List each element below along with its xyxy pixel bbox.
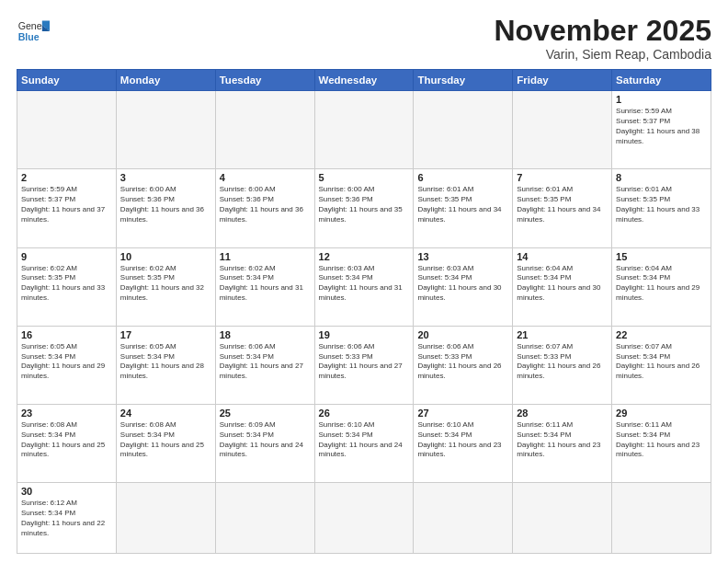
calendar-cell: 4Sunrise: 6:00 AM Sunset: 5:36 PM Daylig…: [215, 169, 314, 247]
day-number: 21: [517, 329, 608, 340]
calendar-cell: 28Sunrise: 6:11 AM Sunset: 5:34 PM Dayli…: [513, 405, 612, 483]
calendar-table: SundayMondayTuesdayWednesdayThursdayFrid…: [17, 69, 711, 554]
cell-sun-info: Sunrise: 6:11 AM Sunset: 5:34 PM Dayligh…: [517, 420, 608, 460]
day-number: 22: [616, 329, 707, 340]
calendar-cell: 29Sunrise: 6:11 AM Sunset: 5:34 PM Dayli…: [612, 405, 711, 483]
cell-sun-info: Sunrise: 6:01 AM Sunset: 5:35 PM Dayligh…: [517, 185, 608, 224]
calendar-cell: [215, 91, 314, 169]
calendar-header-tuesday: Tuesday: [215, 70, 314, 91]
calendar-week-row: 16Sunrise: 6:05 AM Sunset: 5:34 PM Dayli…: [17, 326, 711, 404]
cell-sun-info: Sunrise: 6:10 AM Sunset: 5:34 PM Dayligh…: [319, 420, 410, 460]
day-number: 4: [220, 172, 311, 183]
day-number: 25: [220, 408, 311, 419]
calendar-week-row: 30Sunrise: 6:12 AM Sunset: 5:34 PM Dayli…: [17, 483, 711, 554]
cell-sun-info: Sunrise: 6:03 AM Sunset: 5:34 PM Dayligh…: [319, 264, 410, 304]
cell-sun-info: Sunrise: 6:11 AM Sunset: 5:34 PM Dayligh…: [616, 420, 707, 460]
calendar-cell: 10Sunrise: 6:02 AM Sunset: 5:35 PM Dayli…: [116, 247, 215, 326]
calendar-cell: [414, 483, 513, 554]
cell-sun-info: Sunrise: 6:06 AM Sunset: 5:33 PM Dayligh…: [319, 342, 410, 382]
day-number: 26: [319, 408, 410, 419]
cell-sun-info: Sunrise: 6:06 AM Sunset: 5:34 PM Dayligh…: [220, 342, 311, 382]
day-number: 9: [21, 251, 112, 262]
calendar-cell: 5Sunrise: 6:00 AM Sunset: 5:36 PM Daylig…: [314, 169, 414, 247]
cell-sun-info: Sunrise: 6:10 AM Sunset: 5:34 PM Dayligh…: [417, 420, 508, 460]
calendar-cell: [314, 91, 414, 169]
day-number: 13: [417, 251, 508, 262]
location: Varin, Siem Reap, Cambodia: [494, 47, 711, 62]
calendar-header-sunday: Sunday: [17, 70, 117, 91]
day-number: 23: [21, 408, 112, 419]
calendar-header-friday: Friday: [513, 70, 612, 91]
day-number: 30: [21, 486, 112, 497]
calendar-week-row: 23Sunrise: 6:08 AM Sunset: 5:34 PM Dayli…: [17, 405, 711, 483]
calendar-header-saturday: Saturday: [612, 70, 711, 91]
calendar-cell: 19Sunrise: 6:06 AM Sunset: 5:33 PM Dayli…: [314, 326, 414, 404]
generalblue-logo-icon: General Blue: [17, 15, 50, 48]
calendar-cell: 18Sunrise: 6:06 AM Sunset: 5:34 PM Dayli…: [215, 326, 314, 404]
title-block: November 2025 Varin, Siem Reap, Cambodia: [494, 15, 711, 62]
calendar-cell: 3Sunrise: 6:00 AM Sunset: 5:36 PM Daylig…: [116, 169, 215, 247]
cell-sun-info: Sunrise: 6:07 AM Sunset: 5:33 PM Dayligh…: [517, 342, 608, 382]
calendar-week-row: 9Sunrise: 6:02 AM Sunset: 5:35 PM Daylig…: [17, 247, 711, 326]
day-number: 18: [220, 329, 311, 340]
month-title: November 2025: [494, 15, 711, 47]
day-number: 20: [417, 329, 508, 340]
calendar-cell: 8Sunrise: 6:01 AM Sunset: 5:35 PM Daylig…: [612, 169, 711, 247]
cell-sun-info: Sunrise: 6:04 AM Sunset: 5:34 PM Dayligh…: [616, 264, 707, 304]
day-number: 27: [417, 408, 508, 419]
calendar-header-row: SundayMondayTuesdayWednesdayThursdayFrid…: [17, 70, 711, 91]
calendar-week-row: 2Sunrise: 5:59 AM Sunset: 5:37 PM Daylig…: [17, 169, 711, 247]
cell-sun-info: Sunrise: 6:00 AM Sunset: 5:36 PM Dayligh…: [120, 185, 211, 224]
day-number: 16: [21, 329, 112, 340]
calendar-header-monday: Monday: [116, 70, 215, 91]
day-number: 17: [120, 329, 211, 340]
calendar-cell: 30Sunrise: 6:12 AM Sunset: 5:34 PM Dayli…: [17, 483, 117, 554]
cell-sun-info: Sunrise: 6:00 AM Sunset: 5:36 PM Dayligh…: [319, 185, 410, 224]
day-number: 19: [319, 329, 410, 340]
cell-sun-info: Sunrise: 5:59 AM Sunset: 5:37 PM Dayligh…: [616, 107, 707, 146]
calendar-cell: 15Sunrise: 6:04 AM Sunset: 5:34 PM Dayli…: [612, 247, 711, 326]
cell-sun-info: Sunrise: 6:08 AM Sunset: 5:34 PM Dayligh…: [21, 420, 112, 460]
calendar-cell: [414, 91, 513, 169]
calendar-cell: [513, 483, 612, 554]
calendar-cell: 7Sunrise: 6:01 AM Sunset: 5:35 PM Daylig…: [513, 169, 612, 247]
cell-sun-info: Sunrise: 6:00 AM Sunset: 5:36 PM Dayligh…: [220, 185, 311, 224]
calendar-cell: [116, 91, 215, 169]
day-number: 2: [21, 172, 112, 183]
calendar-cell: [116, 483, 215, 554]
calendar-cell: 2Sunrise: 5:59 AM Sunset: 5:37 PM Daylig…: [17, 169, 117, 247]
cell-sun-info: Sunrise: 6:03 AM Sunset: 5:34 PM Dayligh…: [417, 264, 508, 304]
cell-sun-info: Sunrise: 6:08 AM Sunset: 5:34 PM Dayligh…: [120, 420, 211, 460]
cell-sun-info: Sunrise: 6:07 AM Sunset: 5:34 PM Dayligh…: [616, 342, 707, 382]
day-number: 8: [616, 172, 707, 183]
day-number: 10: [120, 251, 211, 262]
calendar-cell: 27Sunrise: 6:10 AM Sunset: 5:34 PM Dayli…: [414, 405, 513, 483]
calendar-cell: 26Sunrise: 6:10 AM Sunset: 5:34 PM Dayli…: [314, 405, 414, 483]
day-number: 7: [517, 172, 608, 183]
cell-sun-info: Sunrise: 6:05 AM Sunset: 5:34 PM Dayligh…: [21, 342, 112, 382]
calendar-week-row: 1Sunrise: 5:59 AM Sunset: 5:37 PM Daylig…: [17, 91, 711, 169]
calendar-cell: [513, 91, 612, 169]
day-number: 6: [417, 172, 508, 183]
cell-sun-info: Sunrise: 6:02 AM Sunset: 5:35 PM Dayligh…: [21, 264, 112, 304]
cell-sun-info: Sunrise: 6:01 AM Sunset: 5:35 PM Dayligh…: [616, 185, 707, 224]
cell-sun-info: Sunrise: 6:05 AM Sunset: 5:34 PM Dayligh…: [120, 342, 211, 382]
cell-sun-info: Sunrise: 6:12 AM Sunset: 5:34 PM Dayligh…: [21, 499, 112, 538]
cell-sun-info: Sunrise: 6:01 AM Sunset: 5:35 PM Dayligh…: [417, 185, 508, 224]
page: General Blue November 2025 Varin, Siem R…: [0, 0, 728, 563]
cell-sun-info: Sunrise: 6:06 AM Sunset: 5:33 PM Dayligh…: [417, 342, 508, 382]
calendar-cell: 1Sunrise: 5:59 AM Sunset: 5:37 PM Daylig…: [612, 91, 711, 169]
calendar-cell: 20Sunrise: 6:06 AM Sunset: 5:33 PM Dayli…: [414, 326, 513, 404]
calendar-cell: 14Sunrise: 6:04 AM Sunset: 5:34 PM Dayli…: [513, 247, 612, 326]
header: General Blue November 2025 Varin, Siem R…: [17, 15, 711, 62]
day-number: 1: [616, 94, 707, 105]
calendar-cell: [215, 483, 314, 554]
calendar-cell: 9Sunrise: 6:02 AM Sunset: 5:35 PM Daylig…: [17, 247, 117, 326]
calendar-header-wednesday: Wednesday: [314, 70, 414, 91]
calendar-cell: [612, 483, 711, 554]
calendar-cell: 16Sunrise: 6:05 AM Sunset: 5:34 PM Dayli…: [17, 326, 117, 404]
day-number: 28: [517, 408, 608, 419]
cell-sun-info: Sunrise: 6:02 AM Sunset: 5:34 PM Dayligh…: [220, 264, 311, 304]
calendar-cell: 21Sunrise: 6:07 AM Sunset: 5:33 PM Dayli…: [513, 326, 612, 404]
calendar-cell: [314, 483, 414, 554]
